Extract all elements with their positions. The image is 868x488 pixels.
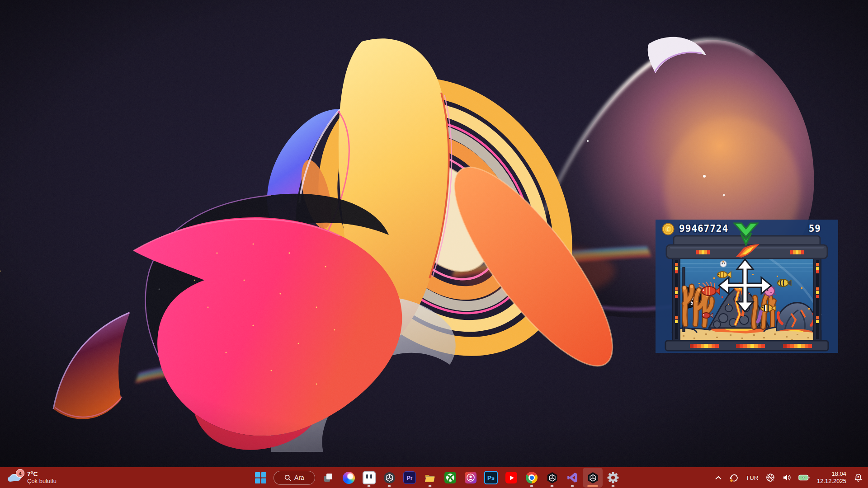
taskbar-app-unity-editor-active[interactable] <box>583 468 603 488</box>
tray-sync-status[interactable] <box>726 469 742 487</box>
search-icon <box>284 474 291 481</box>
chevron-up-icon <box>715 476 722 480</box>
unity-icon <box>587 472 599 484</box>
collapse-chevron-icon[interactable] <box>731 221 760 247</box>
coin-icon: C <box>662 223 675 235</box>
tray-notifications[interactable]: z <box>850 469 866 487</box>
svg-text:C: C <box>666 226 670 233</box>
tray-language[interactable]: TUR <box>743 469 762 487</box>
tray-clock[interactable]: 18:04 12.12.2025 <box>814 469 849 487</box>
taskbar-app-xbox[interactable] <box>440 468 460 488</box>
system-tray: TUR 18:04 12.12.2025 <box>712 467 866 488</box>
tray-battery[interactable] <box>795 469 813 487</box>
windows-logo-icon <box>255 472 266 483</box>
speaker-icon <box>782 473 791 482</box>
unity-hub-icon <box>383 472 396 484</box>
taskbar-app-file-explorer[interactable] <box>420 468 440 488</box>
tray-volume[interactable] <box>779 469 794 487</box>
cloud-icon: 4 <box>7 470 24 485</box>
creature-ghost <box>720 261 726 267</box>
youtube-icon <box>505 472 517 483</box>
profile-app-icon <box>465 472 476 483</box>
pixel-game-icon <box>363 471 376 484</box>
taskbar-app-premiere[interactable]: Pr <box>400 468 420 488</box>
taskbar-app-visual-studio[interactable] <box>562 468 582 488</box>
premiere-icon: Pr <box>403 471 416 484</box>
sync-icon <box>729 473 739 483</box>
taskbar-app-youtube[interactable] <box>501 468 521 488</box>
bell-dnd-icon: z <box>854 473 863 483</box>
task-view-button[interactable] <box>318 468 338 488</box>
task-view-icon <box>323 472 334 483</box>
clock-date: 12.12.2025 <box>817 478 846 485</box>
copilot-icon <box>343 472 355 484</box>
tray-hidden-icons-chevron[interactable] <box>712 469 725 487</box>
aquarium-header: C 99467724 59 <box>656 220 838 245</box>
aquarium-widget[interactable]: C 99467724 59 <box>656 220 838 353</box>
taskbar-app-unity-editor[interactable] <box>542 468 562 488</box>
svg-text:z: z <box>858 475 859 479</box>
weather-temperature: 7°C <box>27 470 38 478</box>
battery-charging-icon <box>798 474 810 481</box>
taskbar-center: Ara Pr <box>250 467 623 488</box>
taskbar-app-photoshop[interactable]: Ps <box>481 468 501 488</box>
file-explorer-icon <box>424 472 436 483</box>
level-value: 59 <box>809 223 821 234</box>
clock-time: 18:04 <box>831 470 846 478</box>
taskbar-app-profile[interactable] <box>461 468 481 488</box>
visual-studio-icon <box>566 472 578 483</box>
gear-icon <box>607 472 619 483</box>
unity-icon <box>546 472 558 484</box>
chrome-icon <box>526 472 538 483</box>
tank-base <box>665 341 828 351</box>
search-label: Ara <box>294 474 304 481</box>
coin-count: 99467724 <box>679 223 728 234</box>
weather-widget[interactable]: 4 7°C Çok bulutlu <box>4 467 60 488</box>
weather-condition: Çok bulutlu <box>27 478 57 485</box>
taskbar-settings[interactable] <box>603 468 623 488</box>
taskbar-app-unity-hub[interactable] <box>379 468 399 488</box>
taskbar: 4 7°C Çok bulutlu Ara <box>0 467 868 488</box>
start-button[interactable] <box>250 468 270 488</box>
taskbar-app-pixel-game[interactable] <box>359 468 379 488</box>
weather-badge: 4 <box>16 469 24 478</box>
globe-no-internet-icon <box>766 473 775 482</box>
photoshop-icon: Ps <box>484 471 498 484</box>
xbox-icon <box>444 472 456 483</box>
taskbar-app-chrome[interactable] <box>522 468 542 488</box>
tray-network[interactable] <box>763 469 778 487</box>
search-box[interactable]: Ara <box>274 471 315 485</box>
copilot-button[interactable] <box>339 468 359 488</box>
